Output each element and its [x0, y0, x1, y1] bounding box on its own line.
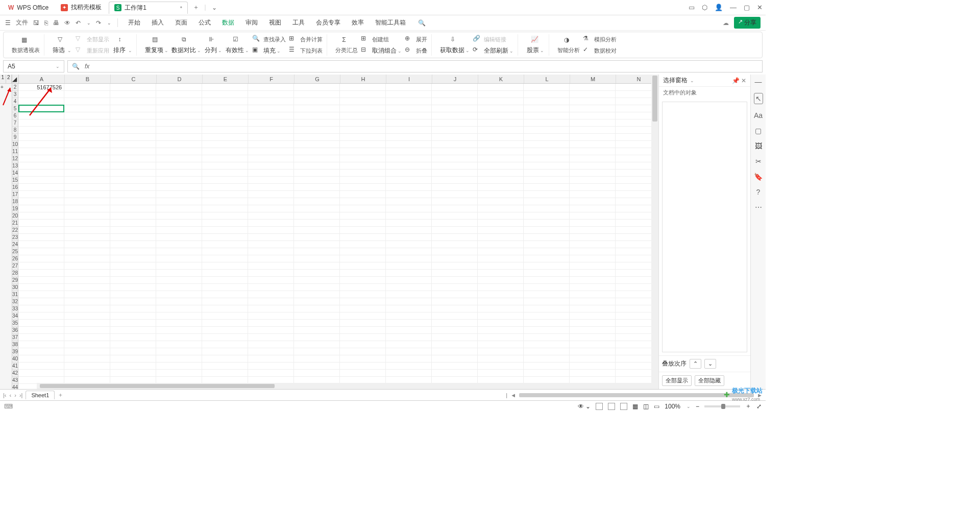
namebox-dropdown-icon[interactable]: ⌄: [56, 64, 60, 69]
collapse-button[interactable]: ⊖折叠: [405, 45, 427, 56]
cell[interactable]: [340, 134, 386, 141]
cell[interactable]: [478, 262, 524, 270]
cell[interactable]: [110, 141, 156, 148]
cell[interactable]: [18, 234, 64, 241]
cell[interactable]: [478, 320, 524, 327]
reader-icon2[interactable]: ▭: [654, 403, 659, 410]
cell[interactable]: [202, 134, 248, 141]
col-header[interactable]: M: [570, 75, 616, 83]
cell[interactable]: [478, 348, 524, 355]
cell[interactable]: [432, 84, 478, 91]
vertical-scrollbar[interactable]: [651, 75, 658, 389]
cell[interactable]: [340, 148, 386, 155]
first-sheet-button[interactable]: |‹: [3, 392, 7, 398]
cell[interactable]: [386, 270, 432, 277]
cell[interactable]: [294, 112, 340, 119]
cell[interactable]: [64, 348, 110, 355]
cell[interactable]: [294, 298, 340, 305]
cell[interactable]: [386, 298, 432, 305]
cell[interactable]: [386, 155, 432, 162]
row-header[interactable]: 13: [12, 162, 18, 170]
cell[interactable]: [340, 170, 386, 177]
row-header[interactable]: 16: [12, 184, 18, 191]
smart-button[interactable]: ◑智能分析: [557, 36, 580, 54]
cell[interactable]: [248, 98, 294, 105]
cell[interactable]: [294, 255, 340, 262]
cell[interactable]: [64, 134, 110, 141]
cell[interactable]: [64, 305, 110, 312]
cell[interactable]: [110, 234, 156, 241]
cell[interactable]: [294, 141, 340, 148]
cell[interactable]: [64, 248, 110, 255]
cell[interactable]: [570, 241, 616, 248]
cell[interactable]: [294, 148, 340, 155]
compare-button[interactable]: ⧉数据对比⌄: [172, 36, 201, 55]
cell[interactable]: [202, 262, 248, 270]
cell[interactable]: [294, 262, 340, 270]
cell[interactable]: [64, 341, 110, 348]
cell[interactable]: [18, 327, 64, 334]
cell[interactable]: [202, 248, 248, 255]
cell[interactable]: [110, 105, 156, 112]
cell[interactable]: [248, 355, 294, 363]
cell[interactable]: [64, 255, 110, 262]
cell[interactable]: [386, 98, 432, 105]
cell[interactable]: [570, 355, 616, 363]
cell[interactable]: [64, 270, 110, 277]
image-icon[interactable]: 🖼: [755, 142, 762, 150]
menu-page[interactable]: 页面: [170, 16, 192, 29]
cell[interactable]: [248, 334, 294, 341]
cell[interactable]: [64, 284, 110, 291]
cell[interactable]: [64, 241, 110, 248]
cell[interactable]: [202, 191, 248, 198]
cell[interactable]: [110, 119, 156, 127]
pivot-button[interactable]: ▦数据透视表: [12, 36, 40, 54]
col-header[interactable]: K: [478, 75, 524, 83]
cell[interactable]: [18, 148, 64, 155]
cell[interactable]: [156, 312, 202, 320]
preview-icon[interactable]: 👁: [64, 19, 70, 27]
cell[interactable]: [432, 98, 478, 105]
cell[interactable]: [340, 184, 386, 191]
zoom-in-button[interactable]: ＋: [745, 402, 751, 411]
cell[interactable]: [386, 305, 432, 312]
col-header[interactable]: G: [295, 75, 340, 83]
cell[interactable]: [64, 370, 110, 377]
cell[interactable]: [18, 162, 64, 170]
cell[interactable]: [524, 305, 570, 312]
cell[interactable]: [202, 198, 248, 205]
cell[interactable]: [478, 170, 524, 177]
cell[interactable]: [156, 355, 202, 363]
cell[interactable]: [110, 355, 156, 363]
cell[interactable]: [386, 184, 432, 191]
cell[interactable]: [524, 312, 570, 320]
cell[interactable]: [248, 234, 294, 241]
cell[interactable]: [570, 227, 616, 234]
cell[interactable]: [432, 170, 478, 177]
cell[interactable]: [110, 334, 156, 341]
help-icon[interactable]: ?: [756, 188, 761, 196]
cell[interactable]: 51677526: [18, 84, 64, 91]
tab-menu-button[interactable]: ⌄: [208, 2, 220, 14]
cell[interactable]: [478, 312, 524, 320]
cell[interactable]: [432, 334, 478, 341]
cell[interactable]: [340, 341, 386, 348]
cell[interactable]: [110, 298, 156, 305]
cell[interactable]: [248, 227, 294, 234]
cell[interactable]: [156, 148, 202, 155]
cell[interactable]: [202, 205, 248, 212]
reader-icon[interactable]: ▭: [689, 4, 695, 11]
cell[interactable]: [340, 227, 386, 234]
cell[interactable]: [432, 184, 478, 191]
cell[interactable]: [570, 155, 616, 162]
cell[interactable]: [18, 255, 64, 262]
outline-2[interactable]: 2: [6, 75, 12, 83]
horizontal-scrollbar[interactable]: [37, 383, 658, 389]
cell[interactable]: [524, 334, 570, 341]
sort-button[interactable]: ↕排序 ⌄: [113, 36, 132, 55]
cell[interactable]: [524, 341, 570, 348]
cell[interactable]: [570, 334, 616, 341]
row-header[interactable]: 29: [12, 277, 18, 284]
cell[interactable]: [64, 320, 110, 327]
cell[interactable]: [570, 291, 616, 298]
